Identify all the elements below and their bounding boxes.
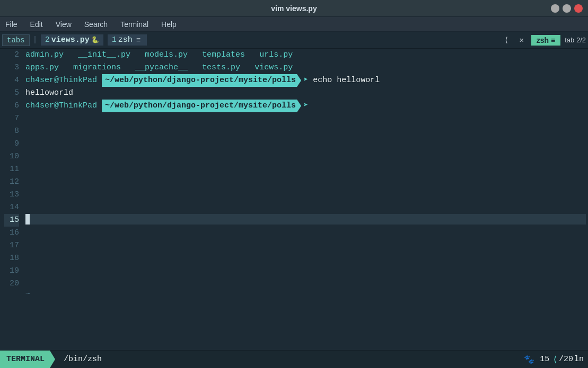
line-num-10: 10 [4, 150, 19, 163]
tab-views-py[interactable]: 2 views.py 🐍 [41, 34, 103, 46]
minimize-button[interactable] [551, 4, 559, 13]
file-init: __init__.py [78, 49, 130, 61]
python-icon: 🐍 [91, 36, 99, 44]
line-num-11: 11 [4, 163, 19, 176]
output-5: helloworld [25, 87, 73, 100]
status-total: /20 [559, 355, 573, 364]
menu-view[interactable]: View [54, 19, 74, 30]
editor-content[interactable]: admin.py __init__.py models.py templates… [23, 49, 588, 350]
title-bar: vim views.py [0, 0, 588, 17]
status-angle-icon: ⟨ [552, 354, 558, 365]
prompt-user-6: ch4ser@ThinkPad [25, 100, 97, 112]
file-views: views.py [254, 61, 293, 74]
window-controls[interactable] [551, 4, 583, 13]
menu-edit[interactable]: Edit [28, 19, 45, 30]
prompt-arrow-4: ➤ [303, 74, 308, 87]
file-admin: admin.py [25, 49, 64, 61]
code-line-2: admin.py __init__.py models.py templates… [25, 49, 586, 61]
code-line-14 [25, 201, 586, 214]
code-line-20 [25, 275, 586, 288]
editor-area: 2 3 4 5 6 7 8 9 10 11 12 13 14 15 16 17 … [0, 49, 588, 350]
status-bar: TERMINAL /bin/zsh 🐾 15 ⟨ /20 ln [0, 350, 588, 368]
code-line-11 [25, 163, 586, 176]
code-line-4: ch4ser@ThinkPad ~/web/python/django-proj… [25, 74, 586, 87]
close-button[interactable] [574, 4, 583, 13]
line-num-2: 2 [4, 49, 19, 61]
line-num-7: 7 [4, 112, 19, 125]
tab2-num: 1 [112, 35, 117, 44]
window-title: vim views.py [271, 4, 317, 13]
tilde-indicator: ~ [25, 288, 586, 301]
line-num-4: 4 [4, 74, 19, 87]
line-num-12: 12 [4, 176, 19, 189]
code-line-16 [25, 225, 586, 237]
file-apps: apps.py [25, 61, 59, 74]
code-line-7 [25, 112, 586, 125]
line-num-17: 17 [4, 239, 19, 252]
tab1-name: views.py [51, 35, 90, 44]
status-path: /bin/zsh [55, 355, 110, 364]
terminal-label: TERMINAL [0, 351, 55, 368]
line-num-6: 6 [4, 100, 19, 112]
prompt-path-6: ~/web/python/django-project/mysite/polls [102, 100, 301, 112]
code-line-8 [25, 125, 586, 138]
menu-bar: File Edit View Search Terminal Help [0, 17, 588, 32]
line-num-3: 3 [4, 61, 19, 74]
status-ln-label: ln [574, 355, 588, 364]
menu-file[interactable]: File [3, 19, 20, 30]
tab-bar: tabs | 2 views.py 🐍 1 zsh ≡ ⟨ ✕ zsh ≡ ta… [0, 32, 588, 49]
status-icon: 🐾 [522, 354, 537, 365]
prompt-path-4: ~/web/python/django-project/mysite/polls [102, 74, 301, 87]
file-urls: urls.py [259, 49, 293, 61]
code-line-9 [25, 138, 586, 150]
status-right: 🐾 15 ⟨ /20 ln [522, 354, 588, 365]
line-num-14: 14 [4, 201, 19, 214]
code-line-12 [25, 176, 586, 189]
line-num-20: 20 [4, 277, 19, 290]
file-models: models.py [145, 49, 188, 61]
code-line-3: apps.py migrations __pycache__ tests.py … [25, 61, 586, 74]
line-num-19: 19 [4, 265, 19, 277]
code-line-10 [25, 150, 586, 163]
prompt-user-4: ch4ser@ThinkPad [25, 74, 97, 87]
cmd-4: echo helloworl [308, 74, 380, 87]
text-cursor [25, 214, 30, 225]
line-num-5: 5 [4, 87, 19, 100]
file-tests: tests.py [202, 61, 240, 74]
line-num-13: 13 [4, 189, 19, 201]
zsh-right-tab[interactable]: zsh ≡ [531, 35, 560, 46]
dir-migrations: migrations [73, 61, 121, 74]
dir-templates: templates [202, 49, 245, 61]
code-line-15 [25, 214, 586, 225]
code-line-18 [25, 250, 586, 263]
dir-pycache: __pycache__ [135, 61, 188, 74]
line-num-18: 18 [4, 252, 19, 265]
code-line-17 [25, 237, 586, 250]
code-line-6: ch4ser@ThinkPad ~/web/python/django-proj… [25, 100, 586, 112]
tab-zsh[interactable]: 1 zsh ≡ [108, 34, 147, 46]
menu-terminal[interactable]: Terminal [118, 19, 151, 30]
tab-right: ⟨ ✕ zsh ≡ tab 2/2 [501, 35, 586, 46]
tab2-menu-icon[interactable]: ≡ [134, 36, 143, 44]
close-tab-icon[interactable]: ✕ [516, 35, 526, 44]
line-num-16: 16 [4, 227, 19, 239]
line-num-9: 9 [4, 138, 19, 150]
status-linenum: 15 [538, 355, 551, 364]
menu-search[interactable]: Search [82, 19, 110, 30]
tab-indicator: tab 2/2 [565, 36, 586, 44]
prompt-arrow-6: ➤ [303, 100, 308, 112]
line-num-15: 15 [4, 214, 19, 227]
maximize-button[interactable] [563, 4, 571, 13]
code-line-13 [25, 189, 586, 201]
tabs-label: tabs [2, 34, 30, 46]
tab-divider: | [32, 35, 39, 44]
code-line-5: helloworld [25, 87, 586, 100]
tab-section-left: tabs | 2 views.py 🐍 1 zsh ≡ [2, 34, 147, 46]
tab1-num: 2 [45, 35, 50, 44]
code-line-19 [25, 263, 586, 275]
tab2-name: zsh [118, 35, 133, 44]
line-num-8: 8 [4, 125, 19, 138]
chevron-left-icon[interactable]: ⟨ [501, 35, 512, 44]
menu-help[interactable]: Help [159, 19, 179, 30]
line-numbers: 2 3 4 5 6 7 8 9 10 11 12 13 14 15 16 17 … [0, 49, 23, 350]
